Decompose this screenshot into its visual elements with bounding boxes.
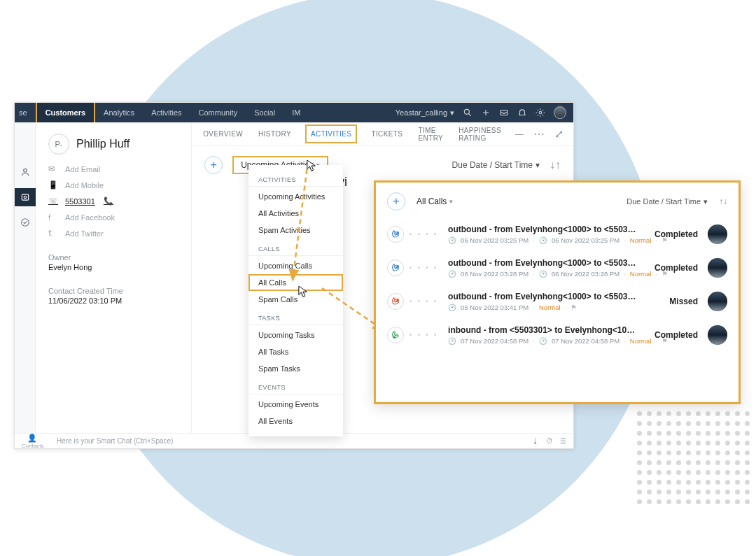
agent-avatar — [708, 292, 727, 311]
bell-icon[interactable] — [517, 108, 527, 117]
clock-icon: 🕑 — [539, 337, 547, 345]
twitter-icon: 𝕥 — [48, 229, 58, 238]
connector-icon: • • • • — [410, 264, 438, 271]
svg-rect-4 — [22, 194, 28, 200]
phone-field[interactable]: ☏5503301📞 — [48, 197, 178, 206]
call-row[interactable]: • • • •outbound - from Evelynhong<1000> … — [387, 258, 727, 278]
tab-activities[interactable]: ACTIVITIES — [305, 124, 357, 143]
svg-point-2 — [539, 111, 542, 114]
rail-check-icon[interactable] — [18, 215, 33, 230]
top-nav-analytics[interactable]: Analytics — [95, 103, 143, 122]
hline-icon[interactable]: — — [515, 129, 524, 139]
top-nav-social[interactable]: Social — [246, 103, 284, 122]
sort-selector[interactable]: Due Date / Start Time ▾ — [452, 160, 540, 170]
expand-icon[interactable]: ⤢ — [554, 127, 564, 141]
tab-history[interactable]: HISTORY — [257, 123, 293, 145]
created-label: Contact Created Time — [48, 287, 178, 295]
menu-item-upcoming-events[interactable]: Upcoming Events — [248, 396, 343, 413]
svg-point-6 — [21, 219, 29, 227]
caret-down-icon: ▾ — [704, 197, 708, 206]
call-title: outbound - from Evelynhong<1000> to <550… — [448, 292, 639, 301]
call-subtitle: 🕑07 Nov 2022 04:58 PM·🕑07 Nov 2022 04:58… — [448, 337, 639, 345]
svg-point-0 — [464, 109, 469, 114]
clock-icon: 🕑 — [448, 304, 456, 311]
call-row[interactable]: • • • •inbound - from <5503301> to Evely… — [387, 325, 727, 345]
phone-icon: ☏ — [48, 197, 58, 206]
call-status: Completed — [649, 263, 698, 273]
sort-direction-icon[interactable]: ↓↑ — [550, 159, 561, 171]
top-nav-im[interactable]: IM — [284, 103, 309, 122]
sort-direction-icon[interactable]: ↑↓ — [719, 197, 727, 206]
menu-item-all-activities[interactable]: All Activities — [248, 205, 343, 222]
call-title: inbound - from <5503301> to Evelynhong<1… — [448, 325, 639, 335]
add-call-button[interactable]: + — [387, 192, 405, 211]
add-email-field[interactable]: ✉Add Email — [48, 164, 178, 173]
panel-title-dropdown[interactable]: All Calls ▾ — [416, 197, 453, 206]
menu-item-upcoming-calls[interactable]: Upcoming Calls — [248, 257, 343, 274]
menu-item-all-tasks[interactable]: All Tasks — [248, 343, 343, 360]
menu-header: EVENTS — [248, 377, 343, 394]
connector-icon: • • • • — [410, 332, 438, 338]
menu-item-spam-activities[interactable]: Spam Activities — [248, 222, 343, 238]
panel-sort-selector[interactable]: Due Date / Start Time ▾ — [626, 197, 708, 206]
menu-item-all-events[interactable]: All Events — [248, 413, 343, 429]
subtab-bar: OVERVIEWHISTORYACTIVITIESTICKETSTIME ENT… — [192, 122, 573, 146]
menu-item-upcoming-tasks[interactable]: Upcoming Tasks — [248, 327, 343, 343]
mobile-icon: 📱 — [48, 180, 58, 190]
all-calls-panel: + All Calls ▾ Due Date / Start Time ▾ ↑↓… — [374, 180, 741, 404]
tab-overview[interactable]: OVERVIEW — [202, 123, 244, 145]
call-subtitle: 🕑06 Nov 2022 03:41 PM·Normal·⚑ — [448, 304, 639, 311]
widget-icon[interactable]: ☰ — [560, 437, 566, 445]
svg-point-5 — [24, 196, 27, 199]
flag-icon: ⚑ — [570, 304, 577, 311]
download-icon[interactable]: ⭳ — [532, 437, 539, 445]
call-status: Completed — [649, 330, 698, 340]
clock-icon[interactable]: ⏱ — [546, 437, 553, 445]
svg-point-3 — [23, 169, 27, 172]
rail-contacts-icon[interactable] — [18, 164, 33, 180]
add-facebook-field[interactable]: 𝔣Add Facebook — [48, 213, 178, 222]
phone-integration-label: Yeastar_calling — [396, 108, 447, 117]
caret-down-icon: ▾ — [449, 198, 453, 205]
call-row[interactable]: • • • •outbound - from Evelynhong<1000> … — [387, 224, 727, 244]
facebook-icon: 𝔣 — [48, 213, 58, 222]
add-twitter-field[interactable]: 𝕥Add Twitter — [48, 229, 178, 238]
more-icon[interactable]: ⋯ — [533, 127, 545, 141]
cursor-icon — [307, 159, 316, 172]
rail-selected-item[interactable] — [15, 188, 36, 206]
agent-avatar — [708, 224, 727, 244]
menu-header: ACTIVITIES — [248, 169, 343, 187]
owner-value: Evelyn Hong — [48, 263, 178, 271]
call-status: Completed — [649, 229, 698, 239]
smart-chat-hint[interactable]: Here is your Smart Chat (Ctrl+Space) — [43, 437, 532, 445]
search-icon[interactable] — [463, 108, 472, 117]
tab-time-entry[interactable]: TIME ENTRY — [416, 120, 444, 149]
tab-happiness-rating[interactable]: HAPPINESS RATING — [457, 120, 503, 149]
decorative-dots — [635, 409, 752, 507]
call-row[interactable]: • • • •outbound - from Evelynhong<1000> … — [387, 292, 727, 311]
footer-tools: ⭳ ⏱ ☰ — [532, 437, 566, 445]
menu-item-upcoming-activities[interactable]: Upcoming Activities — [248, 188, 343, 205]
add-mobile-field[interactable]: 📱Add Mobile — [48, 180, 178, 190]
caret-down-icon: ▾ — [536, 160, 540, 170]
gear-icon[interactable] — [536, 108, 545, 117]
customer-avatar: P- — [48, 134, 69, 155]
user-avatar[interactable] — [554, 106, 566, 119]
top-nav-community[interactable]: Community — [190, 103, 246, 122]
top-nav-activities[interactable]: Activities — [143, 103, 190, 122]
menu-item-spam-tasks[interactable]: Spam Tasks — [248, 360, 343, 377]
tab-tickets[interactable]: TICKETS — [370, 123, 404, 145]
inbox-icon[interactable] — [499, 108, 509, 117]
top-nav-partial[interactable]: se — [15, 103, 36, 122]
agent-avatar — [708, 258, 727, 278]
call-title: outbound - from Evelynhong<1000> to <550… — [448, 224, 639, 234]
add-activity-button[interactable]: + — [204, 156, 223, 174]
customer-name: Phillip Huff — [76, 138, 130, 150]
top-nav-customers[interactable]: Customers — [36, 103, 95, 122]
footer-rail-label: 👤 Contacts — [22, 434, 43, 449]
caret-down-icon: ▾ — [450, 108, 454, 117]
menu-item-spam-calls[interactable]: Spam Calls — [248, 291, 343, 308]
menu-item-all-calls[interactable]: All Calls — [248, 274, 343, 291]
phone-integration-picker[interactable]: Yeastar_calling ▾ — [396, 108, 454, 117]
plus-icon[interactable] — [481, 108, 491, 117]
